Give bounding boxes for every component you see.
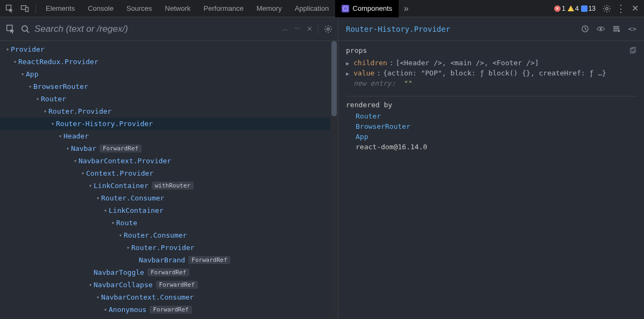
status-counters[interactable]: ✕1 4 13 [554,5,596,12]
log-icon[interactable] [612,25,620,33]
components-tree-pane: ︿ ﹀ ✕ ▾Provider▾ReactRedux.Provider▾App▾… [0,17,338,319]
tab-performance[interactable]: Performance [197,0,250,17]
search-prev-icon[interactable]: ︿ [282,24,289,34]
component-name: Anonymous [109,306,146,314]
new-entry-row[interactable]: new entry: "" [346,78,636,88]
collapse-icon[interactable]: ▾ [65,145,71,151]
tree-node[interactable]: ▾Router [0,93,338,105]
expand-icon[interactable]: ▶ [346,71,349,77]
tab-elements[interactable]: Elements [39,0,81,17]
tree-node[interactable]: ▾ReactRedux.Provider [0,56,338,68]
collapse-icon[interactable]: ▾ [117,232,124,238]
scrollbar-thumb[interactable] [331,41,337,116]
tab-components[interactable]: Components [335,0,399,17]
suspend-icon[interactable] [581,25,589,33]
collapse-icon[interactable]: ▾ [34,96,41,102]
collapse-icon[interactable]: ▾ [72,158,79,164]
rendered-by-title: rendered by [346,101,636,109]
rendered-by-item[interactable]: App [346,131,636,142]
warning-count: 4 [575,5,579,12]
rendered-by-section: rendered by RouterBrowserRouterApp react… [346,96,636,152]
copy-props-icon[interactable] [629,47,636,54]
tree-node[interactable]: NavbarToggleForwardRef [0,266,338,279]
component-name: NavbarContext.Consumer [101,293,194,301]
view-source-icon[interactable]: <> [628,25,636,33]
component-name: Router.Consumer [124,231,187,239]
tab-label: Components [352,4,392,12]
tree-node[interactable]: NavbarBrandForwardRef [0,254,338,266]
svg-point-3 [606,7,608,9]
tree-node[interactable]: ▾NavbarContext.Provider [0,155,338,167]
kebab-icon[interactable]: ⋮ [614,2,628,16]
tree-node[interactable]: ▾Router.Provider [0,241,338,254]
info-count: 13 [589,5,596,12]
tree-node[interactable]: ▾NavbarCollapseForwardRef [0,279,338,291]
component-name: Router [41,95,66,103]
info-icon [581,5,588,12]
collapse-icon[interactable]: ▾ [95,195,101,201]
settings-icon[interactable] [600,2,614,16]
device-icon[interactable] [17,0,32,17]
selected-component-name: Router-History.Provider [346,25,450,33]
tree-node[interactable]: ▾App [0,68,338,80]
collapse-icon[interactable]: ▾ [87,282,94,288]
component-name: Router.Provider [48,107,111,115]
collapse-icon[interactable]: ▾ [87,183,94,189]
collapse-icon[interactable]: ▾ [49,121,56,127]
tab-network[interactable]: Network [159,0,197,17]
tree-node[interactable]: ▾Provider [0,43,338,56]
tree-node[interactable]: ▾AnonymousForwardRef [0,303,338,316]
inspect-dom-icon[interactable] [597,25,605,33]
pick-element-icon[interactable] [5,24,16,34]
collapse-icon[interactable]: ▾ [125,245,131,251]
component-name: Navbar [71,144,96,152]
collapse-icon[interactable]: ▾ [19,71,26,77]
prop-value[interactable]: ▶ value: {action: "POP", block: ƒ block(… [346,68,636,78]
collapse-icon[interactable]: ▾ [102,207,109,213]
tree-node[interactable]: ▾Context.Provider [0,167,338,179]
collapse-icon[interactable]: ▾ [4,46,11,52]
collapse-icon[interactable]: ▾ [42,108,48,114]
tree-node[interactable]: ▾Router.Consumer [0,229,338,241]
tree-node[interactable]: ▾LinkContainerwithRouter [0,179,338,192]
collapse-icon[interactable]: ▾ [102,307,109,313]
more-tabs-icon[interactable]: » [399,0,414,17]
tree-node[interactable]: ▾LinkContainer [0,204,338,217]
tree-node[interactable]: ▾NavbarForwardRef [0,142,338,155]
tree-node[interactable]: ▾Router.Provider [0,105,338,117]
collapse-icon[interactable]: ▾ [110,220,116,226]
close-devtools-icon[interactable]: ✕ [628,2,642,16]
new-entry-label: new entry [353,79,391,87]
collapse-icon[interactable]: ▾ [95,294,101,300]
tree-node[interactable]: ▾Route [0,217,338,229]
collapse-icon[interactable]: ▾ [12,59,18,65]
tree-settings-icon[interactable] [324,25,332,33]
tab-console[interactable]: Console [81,0,120,17]
tree-node[interactable]: ▾BrowserRouter [0,80,338,93]
collapse-icon[interactable]: ▾ [80,170,86,176]
tab-memory[interactable]: Memory [250,0,288,17]
search-input[interactable] [34,24,278,34]
collapse-icon[interactable]: ▾ [57,133,63,139]
tab-sources[interactable]: Sources [120,0,159,17]
inspect-icon[interactable] [2,0,17,17]
svg-rect-12 [613,29,619,30]
search-clear-icon[interactable]: ✕ [307,25,313,33]
new-entry-value[interactable]: "" [404,79,413,87]
tree-node[interactable]: ▾Header [0,130,338,142]
prop-children[interactable]: ▶ children: [<Header />, <main />, <Foot… [346,58,636,68]
scrollbar[interactable] [330,41,338,319]
search-icon [20,24,30,34]
tree-node[interactable]: ▾Router-History.Provider [0,117,338,130]
prop-key: children [353,59,387,67]
search-next-icon[interactable]: ﹀ [294,24,301,34]
collapse-icon[interactable]: ▾ [27,84,33,89]
tab-application[interactable]: Application [288,0,336,17]
tree-node[interactable]: ▾Router.Consumer [0,192,338,204]
hoc-badge: ForwardRef [147,268,189,276]
rendered-by-item[interactable]: BrowserRouter [346,121,636,131]
component-tree[interactable]: ▾Provider▾ReactRedux.Provider▾App▾Browse… [0,41,338,319]
rendered-by-item[interactable]: Router [346,111,636,121]
expand-icon[interactable]: ▶ [346,60,349,66]
tree-node[interactable]: ▾NavbarContext.Consumer [0,291,338,303]
